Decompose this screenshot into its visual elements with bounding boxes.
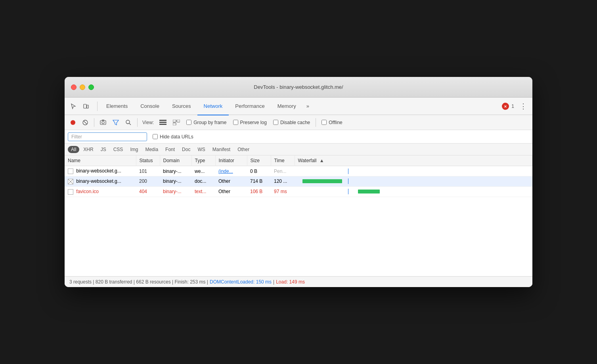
hide-data-urls-label[interactable]: Hide data URLs bbox=[150, 134, 196, 140]
table-row[interactable]: binary-websocket.g... 200 binary-... doc… bbox=[65, 176, 532, 187]
svg-rect-0 bbox=[84, 104, 86, 108]
clear-button[interactable] bbox=[80, 118, 91, 127]
table-row[interactable]: binary-websocket.g... 101 binary-... we.… bbox=[65, 166, 532, 176]
main-toolbar: Elements Console Sources Network Perform… bbox=[65, 98, 532, 115]
filter-type-ws[interactable]: WS bbox=[194, 146, 208, 153]
close-button[interactable] bbox=[71, 84, 77, 90]
view-group-button[interactable] bbox=[170, 118, 182, 127]
waterfall-bar bbox=[358, 190, 380, 193]
th-name[interactable]: Name bbox=[65, 155, 136, 166]
th-status[interactable]: Status bbox=[136, 155, 160, 166]
error-indicator[interactable]: ✕ 1 bbox=[502, 103, 514, 110]
svg-rect-16 bbox=[173, 120, 176, 122]
devtools-body: View: Group by frame Preserve log Disabl… bbox=[65, 115, 532, 287]
offline-label[interactable]: Offline bbox=[319, 120, 344, 125]
nt-separator-2 bbox=[137, 118, 138, 127]
hide-data-urls-checkbox[interactable] bbox=[153, 134, 158, 139]
cell-waterfall bbox=[295, 166, 532, 176]
cell-size: 0 B bbox=[247, 166, 271, 176]
filter-type-img[interactable]: Img bbox=[127, 146, 141, 153]
toolbar-nav bbox=[68, 102, 92, 111]
device-toggle-button[interactable] bbox=[80, 102, 92, 111]
waterfall-container bbox=[295, 178, 398, 184]
svg-point-11 bbox=[126, 120, 130, 124]
disable-cache-checkbox[interactable] bbox=[273, 120, 278, 125]
disable-cache-label[interactable]: Disable cache bbox=[271, 120, 312, 125]
table-row[interactable]: favicon.ico 404 binary-... text... Other bbox=[65, 186, 532, 197]
sort-arrow-icon: ▲ bbox=[320, 158, 324, 163]
preserve-log-label[interactable]: Preserve log bbox=[231, 120, 269, 125]
cell-time: Pen... bbox=[271, 166, 295, 176]
cell-initiator: (inde... bbox=[215, 166, 247, 176]
group-by-frame-label[interactable]: Group by frame bbox=[184, 120, 229, 125]
nt-separator-3 bbox=[316, 118, 316, 127]
row-checkbox[interactable] bbox=[68, 169, 73, 174]
cell-status: 200 bbox=[136, 176, 160, 187]
tab-console[interactable]: Console bbox=[134, 98, 166, 115]
window-title: DevTools - binary-websocket.glitch.me/ bbox=[254, 84, 343, 90]
filter-type-media[interactable]: Media bbox=[142, 146, 161, 153]
row-checkbox[interactable] bbox=[68, 189, 73, 195]
filter-type-other[interactable]: Other bbox=[234, 146, 253, 153]
svg-marker-10 bbox=[113, 120, 119, 125]
group-by-frame-checkbox[interactable] bbox=[186, 120, 191, 125]
filter-type-css[interactable]: CSS bbox=[110, 146, 126, 153]
waterfall-bar bbox=[302, 179, 342, 183]
capture-screenshots-button[interactable] bbox=[98, 118, 109, 127]
cell-waterfall bbox=[295, 176, 532, 187]
filter-type-js[interactable]: JS bbox=[98, 146, 109, 153]
waterfall-timeline-line bbox=[348, 169, 348, 174]
cell-domain: binary-... bbox=[160, 186, 191, 197]
cell-type: we... bbox=[191, 166, 215, 176]
cell-size: 106 B bbox=[247, 186, 271, 197]
filter-type-manifest[interactable]: Manifest bbox=[209, 146, 233, 153]
view-list-button[interactable] bbox=[157, 118, 169, 127]
devtools-menu-button[interactable]: ⋮ bbox=[517, 100, 529, 112]
cell-domain: binary-... bbox=[160, 176, 191, 187]
tab-network[interactable]: Network bbox=[197, 98, 229, 115]
row-checkbox[interactable] bbox=[68, 179, 73, 184]
tab-performance[interactable]: Performance bbox=[229, 98, 271, 115]
cursor-button[interactable] bbox=[68, 102, 79, 111]
svg-rect-1 bbox=[87, 105, 88, 108]
network-table-container: Name Status Domain Type Initiator bbox=[65, 155, 532, 276]
network-table: Name Status Domain Type Initiator bbox=[65, 155, 532, 276]
th-type[interactable]: Type bbox=[191, 155, 215, 166]
empty-row bbox=[65, 197, 532, 276]
cell-time: 97 ms bbox=[271, 186, 295, 197]
th-waterfall[interactable]: Waterfall ▲ bbox=[295, 155, 532, 166]
filter-type-doc[interactable]: Doc bbox=[179, 146, 193, 153]
filter-type-font[interactable]: Font bbox=[162, 146, 178, 153]
status-bar: 3 requests | 820 B transferred | 662 B r… bbox=[65, 276, 532, 287]
toolbar-separator bbox=[97, 102, 98, 111]
tab-sources[interactable]: Sources bbox=[166, 98, 197, 115]
filter-input[interactable] bbox=[68, 132, 147, 141]
th-size[interactable]: Size bbox=[247, 155, 271, 166]
svg-point-8 bbox=[102, 121, 104, 124]
tab-overflow[interactable]: » bbox=[302, 98, 313, 115]
devtools-window: DevTools - binary-websocket.glitch.me/ E… bbox=[65, 77, 532, 287]
cell-name: binary-websocket.g... bbox=[65, 166, 136, 176]
filter-button[interactable] bbox=[110, 118, 121, 127]
svg-rect-13 bbox=[159, 120, 166, 121]
waterfall-timeline-line bbox=[348, 178, 348, 184]
tab-elements[interactable]: Elements bbox=[100, 98, 134, 115]
record-button[interactable] bbox=[68, 118, 78, 127]
svg-rect-18 bbox=[173, 123, 176, 125]
filter-type-all[interactable]: All bbox=[68, 146, 79, 153]
svg-line-6 bbox=[84, 121, 87, 124]
cell-status: 404 bbox=[136, 186, 160, 197]
th-initiator[interactable]: Initiator bbox=[215, 155, 247, 166]
cell-type: text... bbox=[191, 186, 215, 197]
th-domain[interactable]: Domain bbox=[160, 155, 191, 166]
cell-initiator: Other bbox=[215, 186, 247, 197]
filter-type-xhr[interactable]: XHR bbox=[80, 146, 96, 153]
maximize-button[interactable] bbox=[88, 84, 94, 90]
tab-memory[interactable]: Memory bbox=[271, 98, 302, 115]
minimize-button[interactable] bbox=[80, 84, 85, 90]
offline-checkbox[interactable] bbox=[321, 120, 327, 125]
cell-name: favicon.ico bbox=[65, 186, 136, 197]
search-button[interactable] bbox=[123, 118, 134, 127]
preserve-log-checkbox[interactable] bbox=[233, 120, 238, 125]
th-time[interactable]: Time bbox=[271, 155, 295, 166]
